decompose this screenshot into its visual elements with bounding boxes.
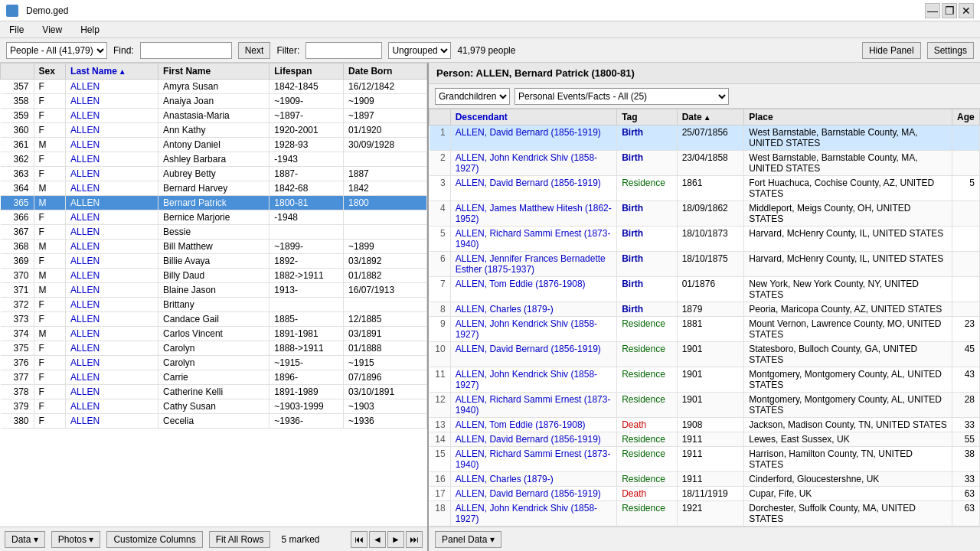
right-table-row[interactable]: 8 ALLEN, Charles (1879-) Birth 1879 Peor… [430,302,980,317]
col-header-born[interactable]: Date Born [344,64,427,80]
menu-file[interactable]: File [6,24,27,36]
table-row[interactable]: 378 F ALLEN Catherine Kelli 1891-1989 03… [1,385,427,399]
right-table-row[interactable]: 14 ALLEN, David Bernard (1856-1919) Resi… [430,432,980,447]
right-table-row[interactable]: 3 ALLEN, David Bernard (1856-1919) Resid… [430,176,980,201]
rrow-age [952,302,980,317]
row-sex: F [34,298,66,312]
table-row[interactable]: 370 M ALLEN Billy Daud 1882->1911 01/188… [1,269,427,283]
table-row[interactable]: 359 F ALLEN Anastasia-Maria ~1897- ~1897 [1,109,427,123]
rcol-header-age[interactable]: Age [952,109,980,126]
filter-input[interactable] [305,42,382,59]
nav-next-button[interactable]: ► [387,531,404,548]
row-first: Cecelia [158,414,270,429]
right-table-row[interactable]: 4 ALLEN, James Matthew Hitesh (1862-1952… [430,201,980,227]
table-row[interactable]: 376 F ALLEN Carolyn ~1915- ~1915 [1,356,427,370]
find-input[interactable] [140,42,232,59]
col-header-life[interactable]: Lifespan [270,64,344,80]
rcol-header-date[interactable]: Date▲ [677,109,744,126]
events-select[interactable]: Personal Events/Facts - All (25) [514,88,729,105]
nav-last-button[interactable]: ⏭ [406,531,423,548]
nav-first-button[interactable]: ⏮ [351,531,368,548]
photos-button[interactable]: Photos ▾ [51,531,101,548]
rcol-header-tag[interactable]: Tag [617,109,678,126]
right-table-row[interactable]: 13 ALLEN, Tom Eddie (1876-1908) Death 19… [430,418,980,432]
panel-data-button[interactable]: Panel Data ▾ [435,531,501,548]
col-header-num[interactable] [1,64,34,80]
rrow-date: 1908 [677,418,744,432]
rcol-header-num[interactable] [430,109,451,126]
col-header-last[interactable]: Last Name▲ [66,64,158,80]
right-table-row[interactable]: 5 ALLEN, Richard Sammi Ernest (1873-1940… [430,227,980,252]
table-row[interactable]: 360 F ALLEN Ann Kathy 1920-2001 01/1920 [1,123,427,138]
table-row[interactable]: 375 F ALLEN Carolyn 1888->1911 01/1888 [1,341,427,356]
minimize-button[interactable]: — [925,3,940,18]
right-table-row[interactable]: 17 ALLEN, David Bernard (1856-1919) Deat… [430,487,980,501]
rrow-tag: Birth [617,277,678,302]
right-table-row[interactable]: 18 ALLEN, John Kendrick Shiv (1858-1927)… [430,501,980,527]
row-last: ALLEN [66,123,158,138]
rrow-num: 16 [430,472,451,487]
fit-all-rows-button[interactable]: Fit All Rows [209,531,271,548]
table-row[interactable]: 374 M ALLEN Carlos Vincent 1891-1981 03/… [1,327,427,341]
row-first: Billy Daud [158,269,270,283]
table-row[interactable]: 377 F ALLEN Carrie 1896- 07/1896 [1,370,427,385]
right-table-row[interactable]: 16 ALLEN, Charles (1879-) Residence 1911… [430,472,980,487]
right-table-row[interactable]: 6 ALLEN, Jennifer Frances Bernadette Est… [430,252,980,277]
rrow-place: Cupar, Fife, UK [744,487,952,501]
close-button[interactable]: ✕ [959,3,974,18]
grouping-select[interactable]: Ungrouped [388,42,451,59]
table-row[interactable]: 369 F ALLEN Billie Avaya 1892- 03/1892 [1,254,427,269]
right-table-row[interactable]: 15 ALLEN, Richard Sammi Ernest (1873-194… [430,447,980,472]
people-select[interactable]: People - All (41,979) [6,42,107,59]
table-row[interactable]: 361 M ALLEN Antony Daniel 1928-93 30/09/… [1,138,427,152]
col-header-first[interactable]: First Name [158,64,270,80]
table-row[interactable]: 373 F ALLEN Candace Gail 1885- 12/1885 [1,312,427,327]
rrow-age: 28 [952,393,980,418]
rrow-desc: ALLEN, Jennifer Frances Bernadette Esthe… [450,252,616,277]
table-row[interactable]: 362 F ALLEN Ashley Barbara -1943 [1,152,427,167]
rcol-header-place[interactable]: Place [744,109,952,126]
rrow-tag: Residence [617,447,678,472]
row-life: ~1909- [270,94,344,109]
settings-button[interactable]: Settings [927,42,974,59]
data-button[interactable]: Data ▾ [5,531,45,548]
customize-columns-button[interactable]: Customize Columns [106,531,202,548]
nav-prev-button[interactable]: ◄ [369,531,386,548]
table-row[interactable]: 366 F ALLEN Bernice Marjorie -1948 [1,210,427,225]
table-row[interactable]: 379 F ALLEN Cathy Susan ~1903-1999 ~1903 [1,399,427,414]
rcol-header-desc[interactable]: Descendant [450,109,616,126]
row-num: 363 [1,167,34,181]
right-table-row[interactable]: 11 ALLEN, John Kendrick Shiv (1858-1927)… [430,367,980,393]
table-row[interactable]: 363 F ALLEN Aubrey Betty 1887- 1887 [1,167,427,181]
table-row[interactable]: 371 M ALLEN Blaine Jason 1913- 16/07/191… [1,283,427,298]
table-row[interactable]: 357 F ALLEN Amyra Susan 1842-1845 16/12/… [1,80,427,94]
table-row[interactable]: 368 M ALLEN Bill Matthew ~1899- ~1899 [1,240,427,254]
row-num: 365 [1,196,34,210]
rrow-date: 18/10/1875 [677,252,744,277]
menu-help[interactable]: Help [77,24,103,36]
hide-panel-button[interactable]: Hide Panel [862,42,921,59]
right-table-row[interactable]: 12 ALLEN, Richard Sammi Ernest (1873-194… [430,393,980,418]
right-table-row[interactable]: 7 ALLEN, Tom Eddie (1876-1908) Birth 01/… [430,277,980,302]
table-row[interactable]: 358 F ALLEN Anaiya Joan ~1909- ~1909 [1,94,427,109]
relation-select[interactable]: Grandchildren [435,88,510,105]
row-life: ~1899- [270,240,344,254]
next-button[interactable]: Next [238,42,271,59]
menu-view[interactable]: View [39,24,65,36]
table-row[interactable]: 372 F ALLEN Brittany [1,298,427,312]
right-table-row[interactable]: 10 ALLEN, David Bernard (1856-1919) Resi… [430,342,980,367]
table-row[interactable]: 380 F ALLEN Cecelia ~1936- ~1936 [1,414,427,429]
table-row[interactable]: 365 M ALLEN Bernard Patrick 1800-81 1800 [1,196,427,210]
right-table-row[interactable]: 9 ALLEN, John Kendrick Shiv (1858-1927) … [430,317,980,342]
rrow-tag: Death [617,487,678,501]
right-table-row[interactable]: 2 ALLEN, John Kendrick Shiv (1858-1927) … [430,151,980,176]
table-row[interactable]: 367 F ALLEN Bessie [1,225,427,240]
right-table-row[interactable]: 1 ALLEN, David Bernard (1856-1919) Birth… [430,126,980,151]
right-table-container[interactable]: Descendant Tag Date▲ Place Age 1 ALLEN, … [429,109,980,527]
table-row[interactable]: 364 M ALLEN Bernard Harvey 1842-68 1842 [1,181,427,196]
col-header-sex[interactable]: Sex [34,64,66,80]
rrow-num: 10 [430,342,451,367]
rrow-num: 8 [430,302,451,317]
maximize-button[interactable]: ❐ [942,3,957,18]
people-table[interactable]: Sex Last Name▲ First Name Lifespan Date … [0,63,427,527]
